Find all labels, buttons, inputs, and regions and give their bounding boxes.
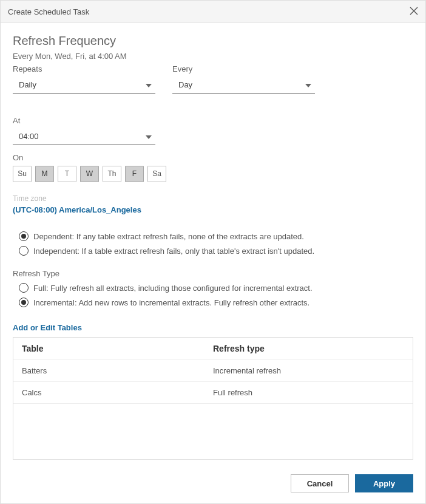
page-title: Refresh Frequency — [13, 34, 413, 48]
table-row[interactable]: CalcsFull refresh — [13, 382, 413, 404]
dependency-dependent-radio[interactable]: Dependent: If any table extract refresh … — [19, 231, 413, 241]
dialog-footer: Cancel Apply — [1, 466, 425, 503]
day-of-week-group: SuMTWThFSa — [13, 166, 413, 182]
at-time-value: 04:00 — [19, 132, 39, 141]
day-button-su[interactable]: Su — [13, 166, 32, 182]
table-header-row: Table Refresh type — [13, 338, 413, 360]
radio-icon — [19, 283, 29, 293]
dependency-independent-radio[interactable]: Independent: If a table extract refresh … — [19, 246, 413, 256]
cancel-button[interactable]: Cancel — [291, 474, 349, 492]
day-button-m[interactable]: M — [35, 166, 54, 182]
day-button-t[interactable]: T — [58, 166, 76, 182]
dialog-titlebar: Create Scheduled Task — [1, 1, 425, 23]
radio-icon — [19, 231, 29, 241]
every-label: Every — [172, 64, 315, 73]
at-label: At — [13, 116, 155, 125]
chevron-down-icon — [305, 80, 311, 89]
svg-marker-3 — [305, 84, 311, 87]
dependency-dependent-label: Dependent: If any table extract refresh … — [33, 232, 304, 241]
at-time-select[interactable]: 04:00 — [13, 128, 155, 145]
timezone-label: Time zone — [13, 194, 413, 203]
table-cell-table: Calcs — [22, 388, 213, 397]
timezone-link[interactable]: (UTC-08:00) America/Los_Angeles — [13, 205, 413, 214]
svg-marker-4 — [146, 135, 152, 139]
day-button-f[interactable]: F — [125, 166, 144, 182]
create-scheduled-task-dialog: Create Scheduled Task Refresh Frequency … — [0, 0, 426, 504]
refresh-type-full-label: Full: Fully refresh all extracts, includ… — [33, 284, 313, 293]
repeats-select[interactable]: Daily — [13, 76, 155, 94]
table-row[interactable]: BattersIncremental refresh — [13, 360, 413, 382]
day-button-w[interactable]: W — [80, 166, 99, 182]
radio-icon — [19, 246, 29, 256]
dialog-title: Create Scheduled Task — [8, 7, 89, 16]
table-cell-refresh-type: Incremental refresh — [213, 366, 404, 375]
every-select[interactable]: Day — [172, 76, 315, 94]
table-header-table: Table — [22, 344, 213, 353]
radio-icon — [19, 298, 29, 307]
refresh-type-incremental-label: Incremental: Add new rows to incremental… — [33, 298, 309, 307]
dependency-independent-label: Independent: If a table extract refresh … — [33, 247, 314, 256]
on-label: On — [13, 153, 413, 162]
add-or-edit-tables-link[interactable]: Add or Edit Tables — [13, 323, 413, 332]
svg-marker-2 — [146, 84, 152, 87]
table-cell-table: Batters — [22, 366, 213, 375]
chevron-down-icon — [146, 80, 152, 89]
chevron-down-icon — [146, 132, 152, 141]
every-value: Day — [178, 80, 192, 89]
day-button-sa[interactable]: Sa — [147, 166, 166, 182]
day-button-th[interactable]: Th — [103, 166, 121, 182]
refresh-type-incremental-radio[interactable]: Incremental: Add new rows to incremental… — [19, 298, 413, 307]
tables-table: Table Refresh type BattersIncremental re… — [13, 337, 413, 460]
close-icon[interactable] — [410, 7, 418, 17]
apply-button[interactable]: Apply — [355, 474, 413, 492]
dialog-body: Refresh Frequency Every Mon, Wed, Fri, a… — [1, 23, 425, 466]
refresh-type-full-radio[interactable]: Full: Fully refresh all extracts, includ… — [19, 283, 413, 293]
table-cell-refresh-type: Full refresh — [213, 388, 404, 397]
schedule-summary: Every Mon, Wed, Fri, at 4:00 AM — [13, 52, 413, 61]
table-header-refresh-type: Refresh type — [213, 344, 404, 353]
refresh-type-label: Refresh Type — [13, 269, 413, 278]
repeats-label: Repeats — [13, 64, 155, 73]
repeats-value: Daily — [19, 80, 36, 89]
